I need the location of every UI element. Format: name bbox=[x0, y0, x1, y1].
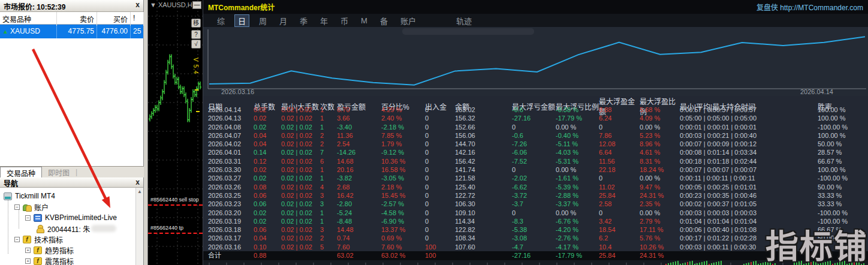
ea-confirm-button[interactable]: √ bbox=[191, 40, 201, 49]
stats-tab-5[interactable]: 年 bbox=[317, 14, 331, 27]
cell-balance: 141.74 bbox=[455, 165, 512, 174]
cell-max_fp_pct: 24.31 % bbox=[640, 251, 680, 260]
stats-tab-4[interactable]: 季 bbox=[297, 14, 311, 27]
market-watch-titlebar[interactable]: 市场报价: 10:52:39 x bbox=[0, 0, 143, 12]
cell-count bbox=[320, 251, 337, 260]
scroll-up-icon[interactable]: ▲ bbox=[136, 188, 143, 194]
price-chart[interactable]: ▼ XAUUSD,H1 — 移 ? √ V 5.4 #85662440 sell… bbox=[148, 0, 203, 265]
stats-tab-7[interactable]: M bbox=[358, 16, 370, 26]
cell-pct: 2.18 % bbox=[381, 183, 425, 191]
stats-tab-8[interactable]: 备 bbox=[377, 14, 391, 27]
chart-title[interactable]: ▼ XAUUSD,H1 bbox=[150, 1, 196, 8]
collapse-icon[interactable]: − bbox=[14, 237, 20, 242]
stats-tab-2[interactable]: 周 bbox=[256, 14, 270, 27]
expand-icon[interactable]: + bbox=[25, 248, 31, 253]
stats-table-row-14[interactable]: 2026.03.180.060.02 | 0.02314.4813.37 %01… bbox=[203, 225, 868, 234]
brand-link[interactable]: 复盘侠 http://MTCommander.com bbox=[757, 2, 863, 12]
stats-table-row-12[interactable]: 2026.03.200.020.02 | 0.021-5.24-4.58 %01… bbox=[203, 209, 868, 217]
cell-win: 50.00 % bbox=[801, 183, 867, 191]
cell-hold: 0:00:07 | 0:00:07 | 0:00:07 bbox=[680, 165, 801, 174]
cell-count: 3 bbox=[320, 191, 337, 200]
cell-max_fp_pct: 17.11 % bbox=[640, 225, 680, 234]
cell-hold: 0:00:03 | 0:00:11 | 0:00:30 bbox=[680, 243, 801, 251]
navigator-titlebar[interactable]: 导航 x bbox=[0, 177, 143, 188]
stats-table-row-10[interactable]: 2026.03.250.060.02 | 0.02316.4215.45 %01… bbox=[203, 191, 868, 200]
cell-inout: 100 bbox=[425, 251, 455, 260]
stats-table-row-6[interactable]: 2026.03.310.120.02 | 0.02614.6810.36 %01… bbox=[203, 157, 868, 165]
cell-hold: 0:05:00 | 0:05:00 | 0:05:00 bbox=[680, 114, 801, 122]
stats-table-row-15[interactable]: 2026.03.170.040.02 | 0.0220.740.69 %0108… bbox=[203, 234, 868, 242]
cell-max_fp: 10.4 bbox=[599, 243, 640, 251]
close-icon[interactable]: x bbox=[135, 178, 140, 186]
sell-stop-order-line[interactable] bbox=[148, 204, 203, 206]
cell-pct: 7.85 % bbox=[381, 131, 425, 140]
ea-move-button[interactable]: 移 bbox=[191, 19, 201, 28]
take-profit-line[interactable] bbox=[148, 233, 203, 234]
col-ask[interactable]: 买价 bbox=[97, 12, 131, 26]
stats-table-row-11[interactable]: 2026.03.230.060.02 | 0.023-2.80-2.57 %01… bbox=[203, 200, 868, 208]
collapse-icon[interactable]: − bbox=[14, 204, 20, 210]
stats-total-row[interactable]: 合计0.8863.0263.02 %100-27.16-17.79 %25.84… bbox=[203, 251, 868, 260]
cell-max_dd: -6.06 bbox=[512, 148, 556, 156]
cell-win: -100.00 % bbox=[801, 174, 867, 182]
cell-pct: -9.12 % bbox=[381, 148, 425, 156]
stats-table-row-5[interactable]: 2026.04.010.140.02 | 0.027-14.26-9.12 %0… bbox=[203, 148, 868, 156]
cell-inout: 0 bbox=[425, 209, 455, 217]
tab-symbols[interactable]: 交易品种 bbox=[0, 167, 42, 177]
stats-tab-6[interactable]: 币 bbox=[337, 14, 351, 27]
close-icon[interactable]: x bbox=[135, 1, 140, 9]
cell-pnl: -8.48 bbox=[337, 217, 381, 225]
cell-date: 2026.03.25 bbox=[208, 191, 254, 200]
nav-item-1[interactable]: −账户 bbox=[14, 201, 49, 212]
nav-item-2[interactable]: −KVBPrimeLimited-Live bbox=[25, 212, 117, 223]
stats-table-row-3[interactable]: 2026.04.070.040.02 | 0.02211.367.85 %015… bbox=[203, 131, 868, 140]
nav-item-3[interactable]: 20044411: 朱 bbox=[36, 223, 116, 234]
cell-pnl: 6.70 bbox=[337, 106, 381, 114]
stats-table-row-9[interactable]: 2026.03.260.080.02 | 0.0242.682.18 %0125… bbox=[203, 183, 868, 191]
ea-help-button[interactable]: ? bbox=[191, 30, 201, 39]
stats-table-row-0[interactable]: 2026.04.140.020.02 | 0.0216.704.29 %0163… bbox=[203, 106, 868, 114]
stats-bottom-strip bbox=[203, 260, 868, 265]
stats-table-row-1[interactable]: 2026.04.130.020.02 | 0.0213.662.40 %0156… bbox=[203, 114, 868, 122]
cell-max_fp_pct: 5.68 % bbox=[640, 106, 680, 114]
cell-pnl: 20.16 bbox=[337, 165, 381, 174]
cell-minmax: 0.02 | 0.02 bbox=[281, 131, 320, 140]
stats-table-row-4[interactable]: 2026.04.020.040.02 | 0.0222.541.79 %0144… bbox=[203, 140, 868, 148]
minimize-icon[interactable]: — bbox=[192, 1, 201, 9]
collapse-icon[interactable]: − bbox=[25, 215, 31, 221]
cell-count: 1 bbox=[320, 209, 337, 217]
cell-win: -100.00 % bbox=[801, 209, 867, 217]
stats-tab-3[interactable]: 月 bbox=[276, 14, 290, 27]
cell-pnl: 2.54 bbox=[337, 140, 381, 148]
cell-max_dd_pct: -0.40 % bbox=[556, 131, 599, 140]
col-symbol[interactable]: 交易品种 bbox=[0, 12, 57, 26]
cell-max_fp_pct: 2.35 % bbox=[640, 200, 680, 208]
stats-table-row-7[interactable]: 2026.03.300.020.02 | 0.02120.1616.58 %01… bbox=[203, 165, 868, 174]
stats-table-row-2[interactable]: 2026.04.080.020.02 | 0.021-3.40-2.18 %01… bbox=[203, 123, 868, 131]
stats-tab-9[interactable]: 账户 bbox=[397, 14, 419, 27]
expand-icon[interactable]: + bbox=[25, 258, 31, 264]
cell-minmax: 0.02 | 0.02 bbox=[281, 106, 320, 114]
stats-tab-0[interactable]: 综 bbox=[214, 14, 228, 27]
stats-table-row-16[interactable]: 2026.03.160.100.02 | 0.0257.607.60 %1001… bbox=[203, 243, 868, 251]
cell-date: 合计 bbox=[208, 251, 254, 260]
stats-tab-10[interactable]: 轨迹 bbox=[453, 14, 475, 27]
stats-table-row-8[interactable]: 2026.03.270.020.02 | 0.021-3.82-3.05 %01… bbox=[203, 174, 868, 182]
nav-item-5[interactable]: +f趋势指标 bbox=[25, 245, 74, 255]
function-icon: f bbox=[34, 246, 42, 254]
nav-item-0[interactable]: Tickmill MT4 bbox=[4, 191, 55, 201]
navigator-scrollbar[interactable]: ▲ bbox=[135, 188, 143, 265]
stats-tab-1[interactable]: 日 bbox=[234, 14, 249, 27]
quote-row-xauusd[interactable]: ▲XAUUSD 4775.75 4776.00 25 bbox=[0, 25, 143, 38]
cell-pct: -2.57 % bbox=[381, 200, 425, 208]
col-alert[interactable]: ! bbox=[131, 12, 144, 26]
nav-item-4[interactable]: −f技术指标 bbox=[14, 234, 63, 245]
col-bid[interactable]: 卖价 bbox=[57, 12, 97, 26]
tab-tick-chart[interactable]: 即时图 bbox=[42, 167, 76, 178]
stats-table-row-13[interactable]: 2026.03.190.020.02 | 0.021-8.48-6.90 %01… bbox=[203, 217, 868, 225]
panel-splitter[interactable] bbox=[144, 0, 148, 265]
cell-max_fp: 7.86 bbox=[599, 131, 640, 140]
nav-item-6[interactable]: +f震荡指标 bbox=[25, 255, 74, 265]
cell-pct: -6.90 % bbox=[381, 217, 425, 225]
cell-max_fp: 6.64 bbox=[599, 148, 640, 156]
